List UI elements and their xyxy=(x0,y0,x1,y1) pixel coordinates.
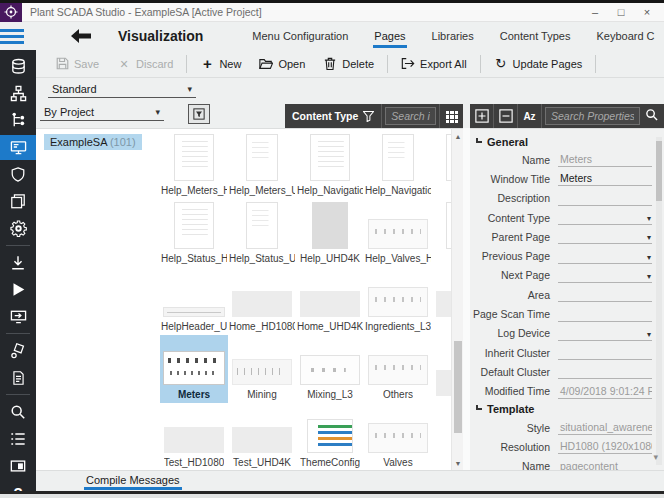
page-card[interactable]: Test_HD1080 xyxy=(160,403,228,470)
discard-button[interactable]: × Discard xyxy=(108,52,182,76)
page-card[interactable]: Home_UHD4K xyxy=(296,267,364,335)
field-previous-page[interactable]: ▾ xyxy=(558,249,652,264)
field-parent-page[interactable]: ▾ xyxy=(558,229,652,244)
delete-button[interactable]: Delete xyxy=(314,52,383,76)
log-document-icon[interactable] xyxy=(0,365,36,390)
page-thumbnail xyxy=(368,219,428,249)
page-card-selected[interactable]: Meters xyxy=(160,335,228,403)
field-window-title[interactable]: Meters xyxy=(558,171,652,186)
export-icon xyxy=(401,57,415,71)
list-icon[interactable] xyxy=(0,426,36,451)
analyst-icon[interactable] xyxy=(0,338,36,363)
view-mode-dropdown[interactable]: Standard ▾ xyxy=(48,83,196,98)
filter-row: By Project ▾ Content Type Az xyxy=(36,104,664,128)
deploy-monitor-icon[interactable] xyxy=(0,304,36,329)
database-icon[interactable] xyxy=(0,54,36,79)
page-card[interactable]: Help_Navigatio... xyxy=(364,131,432,199)
page-card[interactable]: Help_UHD4K xyxy=(296,199,364,267)
back-arrow-icon[interactable] xyxy=(70,28,92,44)
download-deploy-icon[interactable] xyxy=(0,250,36,275)
visualization-icon[interactable] xyxy=(0,135,36,160)
grid-view-button[interactable] xyxy=(439,104,463,128)
page-card[interactable]: Help_Valves_H... xyxy=(364,199,432,267)
page-card[interactable]: ThemeConfig xyxy=(296,403,364,470)
update-pages-button[interactable]: ↻ Update Pages xyxy=(485,52,592,76)
pages-copy-icon[interactable] xyxy=(0,189,36,214)
content-type-filter-button[interactable]: Content Type xyxy=(285,104,382,128)
search-properties-input[interactable] xyxy=(545,107,640,125)
page-card[interactable]: Home_HD1080 xyxy=(228,267,296,335)
activity-sidebar: ? xyxy=(0,50,36,491)
sidebar-divider xyxy=(6,394,30,395)
runtime-play-icon[interactable] xyxy=(0,277,36,302)
search-tool-icon[interactable] xyxy=(0,399,36,424)
tab-libraries[interactable]: Libraries xyxy=(419,23,487,50)
sort-az-button[interactable]: Az xyxy=(518,104,542,128)
expand-all-button[interactable] xyxy=(470,104,494,128)
window-controls: – □ × xyxy=(584,4,658,20)
page-card[interactable]: Mixing_L3 xyxy=(296,335,364,403)
chevron-down-icon[interactable]: ▾ xyxy=(653,452,658,462)
field-content-type[interactable]: ▾ xyxy=(558,210,652,225)
page-card[interactable]: Help_Status_U... xyxy=(228,199,296,267)
page-thumbnail xyxy=(368,423,428,453)
scrollbar-thumb[interactable] xyxy=(454,341,462,433)
page-card[interactable]: H xyxy=(432,131,451,199)
page-thumbnail xyxy=(163,307,225,317)
section-general[interactable]: General xyxy=(470,133,664,150)
security-shield-icon[interactable] xyxy=(0,162,36,187)
page-card[interactable]: Valves xyxy=(364,403,432,470)
plus-icon: + xyxy=(200,57,214,71)
hamburger-menu-icon[interactable] xyxy=(0,22,24,50)
field-page-scan-time[interactable] xyxy=(558,307,652,322)
grid-scrollbar[interactable]: ▲ ▼ xyxy=(451,128,463,470)
new-button[interactable]: + New xyxy=(191,52,250,76)
topology-icon[interactable] xyxy=(0,81,36,106)
property-label: Resolution xyxy=(470,441,558,453)
search-items-input[interactable] xyxy=(385,107,436,125)
tab-content-types[interactable]: Content Types xyxy=(487,23,584,50)
page-card[interactable]: M xyxy=(432,267,451,335)
group-by-dropdown[interactable]: By Project ▾ xyxy=(40,106,164,121)
minimize-icon[interactable]: – xyxy=(584,4,606,20)
page-card[interactable]: Test_UHD4K xyxy=(228,403,296,470)
page-card[interactable] xyxy=(432,403,451,470)
open-button[interactable]: Open xyxy=(250,52,314,76)
panel-window-icon[interactable] xyxy=(0,453,36,478)
settings-gear-icon[interactable] xyxy=(0,216,36,241)
page-card[interactable] xyxy=(432,335,451,403)
page-card[interactable]: HelpHeader_U... xyxy=(160,267,228,335)
tab-keyboard[interactable]: Keyboard C xyxy=(583,23,664,50)
field-area[interactable] xyxy=(558,287,652,302)
tab-pages[interactable]: Pages xyxy=(361,23,418,50)
close-icon[interactable]: × xyxy=(636,4,658,20)
maximize-icon[interactable]: □ xyxy=(610,4,632,20)
tab-menu-configuration[interactable]: Menu Configuration xyxy=(239,23,361,50)
tree-item-examplesa[interactable]: ExampleSA (101) xyxy=(44,134,142,150)
scrollbar-thumb[interactable] xyxy=(656,141,662,201)
compile-messages-tab[interactable]: Compile Messages xyxy=(84,472,182,490)
field-log-device[interactable]: ▾ xyxy=(558,326,652,341)
page-card[interactable]: Help_Meters_H... xyxy=(160,131,228,199)
properties-scrollbar[interactable] xyxy=(656,137,662,465)
tags-tree-icon[interactable] xyxy=(0,108,36,133)
section-template[interactable]: Template xyxy=(470,401,664,418)
collapse-all-button[interactable] xyxy=(494,104,518,128)
field-next-page[interactable]: ▾ xyxy=(558,268,652,283)
page-card[interactable]: Help_Meters_U... xyxy=(228,131,296,199)
panel-gap xyxy=(463,128,470,470)
page-card[interactable]: Help_Navigatio... xyxy=(296,131,364,199)
save-button[interactable]: Save xyxy=(46,52,108,76)
trash-icon xyxy=(323,57,337,71)
page-card[interactable]: Others xyxy=(364,335,432,403)
page-card[interactable]: Ingredients_L3 xyxy=(364,267,432,335)
property-label: Window Title xyxy=(470,173,558,185)
page-thumbnail xyxy=(307,419,353,453)
export-all-button[interactable]: Export All xyxy=(392,52,475,76)
page-card[interactable]: Mining xyxy=(228,335,296,403)
page-card[interactable]: H xyxy=(432,199,451,267)
sort-az-icon: Az xyxy=(523,111,535,122)
page-card[interactable]: Help_Status_H... xyxy=(160,199,228,267)
field-description[interactable] xyxy=(558,191,652,206)
tree-filter-button[interactable] xyxy=(188,104,210,124)
